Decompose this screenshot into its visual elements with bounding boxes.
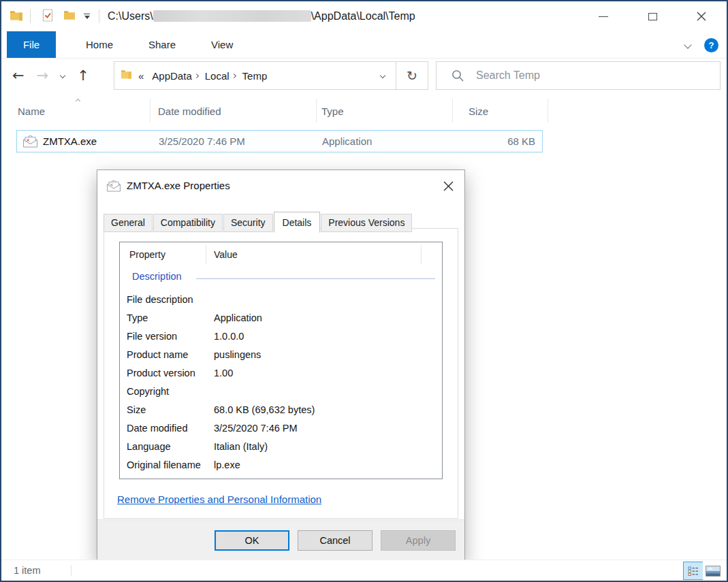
property-label: Product version (127, 365, 195, 382)
help-icon[interactable]: ? (704, 38, 718, 52)
status-bar: 1 item (1, 560, 727, 581)
up-icon[interactable]: ↑ (77, 69, 89, 83)
search-input[interactable] (476, 69, 720, 82)
tab-details[interactable]: Details (274, 212, 321, 233)
property-row: Product version1.00 (120, 365, 442, 383)
section-rule (196, 278, 435, 279)
title-bar: C:\Users\\AppData\Local\Temp (1, 1, 727, 31)
column-separator[interactable] (548, 99, 548, 123)
folder-quick-access-icon[interactable] (63, 10, 76, 23)
property-value: 3/25/2020 7:46 PM (214, 420, 298, 437)
address-bar[interactable]: « AppData Local Temp ↻ (114, 61, 428, 90)
property-column-header: Property (129, 242, 165, 267)
expand-ribbon-icon[interactable] (684, 41, 691, 48)
tab-home-label: Home (86, 39, 113, 50)
thumbnail-view-button[interactable] (703, 562, 723, 580)
forward-icon[interactable]: → (37, 69, 49, 83)
breadcrumb-chevron-icon[interactable] (232, 73, 236, 78)
tab-file[interactable]: File (7, 31, 56, 58)
explorer-window: C:\Users\\AppData\Local\Temp File Home S… (0, 0, 728, 582)
dialog-tab-strip: General Compatibility Security Details P… (104, 211, 413, 232)
property-label: Size (127, 402, 146, 419)
maximize-icon (648, 13, 657, 20)
close-icon (697, 12, 706, 21)
property-value: 1.0.0.0 (214, 328, 244, 345)
file-row-zmtxa[interactable]: ZMTXA.exe 3/25/2020 7:46 PM Application … (16, 130, 543, 152)
property-row: Date modified3/25/2020 7:46 PM (120, 420, 442, 438)
column-header-size[interactable]: Size (469, 96, 488, 125)
apply-button[interactable]: Apply (381, 530, 456, 551)
column-separator[interactable] (150, 99, 151, 123)
titlebar-separator (30, 10, 31, 23)
breadcrumb-item-temp[interactable]: Temp (240, 70, 270, 82)
tab-view[interactable]: View (193, 31, 251, 58)
property-label: File description (127, 291, 193, 308)
dialog-title: ZMTXA.exe Properties (127, 180, 230, 191)
header-divider (421, 245, 422, 264)
breadcrumb-chevron-icon[interactable] (194, 73, 199, 78)
close-icon (443, 181, 454, 191)
column-header-row: Name Date modified Type Size (1, 96, 727, 125)
thumbnail-view-icon (706, 566, 721, 577)
property-row: LanguageItalian (Italy) (120, 438, 442, 457)
value-column-header: Value (214, 242, 238, 267)
tab-view-label: View (211, 39, 233, 50)
dialog-title-bar: ZMTXA.exe Properties (97, 170, 464, 201)
properties-quick-access-icon[interactable] (42, 9, 53, 25)
remove-properties-link[interactable]: Remove Properties and Personal Informati… (117, 494, 321, 505)
property-row: Product namepuslingens (120, 346, 442, 365)
breadcrumb-item-appdata[interactable]: AppData (149, 70, 194, 82)
titlebar-separator (99, 10, 99, 23)
tab-general[interactable]: General (104, 214, 153, 232)
tab-compatibility[interactable]: Compatibility (153, 214, 223, 232)
cancel-button[interactable]: Cancel (298, 530, 373, 551)
file-name: ZMTXA.exe (43, 131, 97, 152)
property-row: TypeApplication (120, 310, 442, 328)
search-icon (452, 69, 464, 82)
tab-security[interactable]: Security (223, 214, 273, 232)
details-rows: File description TypeApplication File ve… (120, 291, 442, 475)
property-label: Original filename (127, 457, 201, 474)
column-header-type[interactable]: Type (321, 96, 344, 125)
file-type: Application (322, 131, 372, 152)
property-value: lp.exe (214, 457, 240, 474)
column-separator[interactable] (316, 99, 317, 123)
breadcrumb-folder-icon (121, 69, 132, 82)
property-row: File description (120, 291, 442, 310)
property-row: Original filenamelp.exe (120, 457, 442, 475)
property-label: Copyright (127, 383, 169, 400)
file-size: 68 KB (507, 131, 535, 152)
dialog-close-button[interactable] (441, 179, 455, 193)
column-header-name[interactable]: Name (18, 96, 45, 125)
header-divider (206, 245, 206, 264)
path-suffix: \AppData\Local\Temp (311, 10, 415, 22)
breadcrumb-item-local[interactable]: Local (202, 70, 232, 82)
minimize-button[interactable] (588, 5, 619, 28)
tab-security-label: Security (231, 217, 266, 228)
recent-locations-icon[interactable] (60, 73, 65, 78)
ok-button[interactable]: OK (215, 530, 289, 551)
column-header-date-modified[interactable]: Date modified (158, 96, 221, 125)
property-label: Date modified (127, 420, 187, 437)
details-view-button[interactable] (683, 562, 703, 580)
breadcrumb-overflow[interactable]: « (138, 70, 144, 82)
tab-home[interactable]: Home (68, 31, 131, 58)
window-title-path: C:\Users\\AppData\Local\Temp (108, 10, 415, 22)
tab-previous-versions[interactable]: Previous Versions (321, 214, 412, 232)
tab-share-label: Share (148, 39, 176, 50)
refresh-button[interactable]: ↻ (396, 62, 428, 89)
tab-compatibility-label: Compatibility (161, 217, 215, 228)
section-label: Description (132, 271, 182, 282)
property-value: 68.0 KB (69,632 bytes) (214, 402, 315, 419)
dialog-footer: OK Cancel Apply (97, 519, 464, 560)
back-icon[interactable]: ← (12, 69, 25, 83)
address-dropdown-icon[interactable] (380, 73, 385, 78)
close-button[interactable] (686, 5, 717, 28)
tab-share[interactable]: Share (131, 31, 193, 58)
search-box[interactable] (436, 61, 721, 90)
column-separator[interactable] (452, 99, 453, 123)
maximize-button[interactable] (637, 5, 668, 28)
details-view-icon (688, 566, 699, 577)
customize-quick-access-toolbar-icon[interactable] (84, 14, 90, 19)
property-row: Copyright (120, 383, 442, 402)
